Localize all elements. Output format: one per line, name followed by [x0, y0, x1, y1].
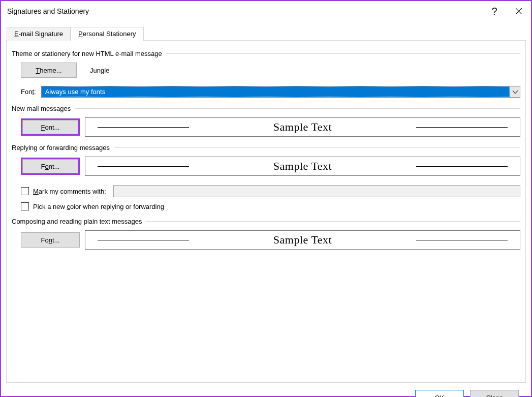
divider	[166, 53, 520, 54]
reply-font-button[interactable]: Font...	[22, 159, 78, 173]
plain-sample: Sample Text	[85, 230, 520, 250]
divider	[75, 108, 520, 109]
font-dropdown-value: Always use my fonts	[42, 86, 510, 97]
pick-color-row: Pick a new color when replying or forwar…	[21, 202, 520, 210]
client-area: E-mail Signature Personal Stationery The…	[1, 21, 531, 397]
new-mail-sample: Sample Text	[85, 117, 520, 137]
rule-line	[98, 127, 189, 128]
highlight-wrap: Font...	[21, 118, 80, 136]
rule-line	[416, 240, 508, 240]
tab-personal-stationery[interactable]: Personal Stationery	[71, 27, 143, 41]
section-plain-label: Composing and reading plain text message…	[12, 218, 142, 225]
theme-row: Theme... Jungle	[21, 63, 520, 78]
plain-font-button[interactable]: Font...	[21, 232, 80, 248]
section-new-mail-header: New mail messages	[12, 105, 520, 112]
font-dropdown-label: Font:	[21, 88, 36, 96]
divider	[146, 221, 520, 222]
close-icon	[516, 8, 522, 14]
font-dropdown[interactable]: Always use my fonts	[41, 86, 520, 98]
rule-line	[416, 127, 508, 128]
reply-sample: Sample Text	[85, 157, 520, 176]
new-mail-row: Font... Sample Text	[21, 117, 520, 137]
pick-color-label: Pick a new color when replying or forwar…	[33, 203, 164, 210]
section-reply-label: Replying or forwarding messages	[12, 144, 110, 151]
sample-text: Sample Text	[273, 120, 332, 134]
section-new-mail-label: New mail messages	[12, 105, 71, 112]
section-plain-header: Composing and reading plain text message…	[12, 218, 520, 225]
tab-email-signature[interactable]: E-mail Signature	[7, 27, 71, 41]
ok-button[interactable]: OK	[415, 390, 464, 397]
dialog-footer: OK Close	[6, 383, 526, 397]
close-window-button[interactable]	[507, 1, 531, 21]
rule-line	[98, 166, 189, 167]
sample-text: Sample Text	[273, 160, 332, 173]
tab-content: Theme or stationery for new HTML e-mail …	[7, 41, 525, 255]
divider	[114, 147, 520, 148]
rule-line	[416, 166, 508, 167]
theme-button[interactable]: Theme...	[21, 63, 77, 78]
reply-row: Font... Sample Text	[21, 157, 520, 176]
rule-line	[98, 240, 189, 240]
mark-comments-label: Mark my comments with:	[33, 188, 106, 195]
title-bar: Signatures and Stationery ?	[1, 1, 531, 21]
pick-color-checkbox[interactable]	[21, 202, 29, 210]
plain-row: Font... Sample Text	[21, 230, 520, 250]
new-mail-font-button[interactable]: Font...	[22, 120, 78, 134]
window-title: Signatures and Stationery	[7, 7, 482, 15]
tab-frame: E-mail Signature Personal Stationery The…	[6, 40, 526, 383]
mark-comments-checkbox[interactable]	[21, 187, 29, 195]
tab-strip: E-mail Signature Personal Stationery	[7, 27, 144, 41]
section-reply-header: Replying or forwarding messages	[12, 144, 520, 151]
highlight-wrap: Font...	[21, 158, 80, 175]
help-button[interactable]: ?	[482, 1, 507, 21]
section-theme-label: Theme or stationery for new HTML e-mail …	[12, 50, 162, 57]
theme-name-label: Jungle	[90, 67, 109, 74]
chevron-down-icon	[510, 86, 520, 97]
font-dropdown-row: Font: Always use my fonts	[21, 86, 520, 98]
dialog-window: Signatures and Stationery ? E-mail Signa…	[0, 0, 532, 397]
section-theme-header: Theme or stationery for new HTML e-mail …	[12, 50, 520, 57]
mark-comments-input[interactable]	[113, 185, 520, 197]
close-button[interactable]: Close	[470, 390, 519, 397]
mark-comments-row: Mark my comments with:	[21, 185, 520, 197]
sample-text: Sample Text	[273, 233, 332, 247]
